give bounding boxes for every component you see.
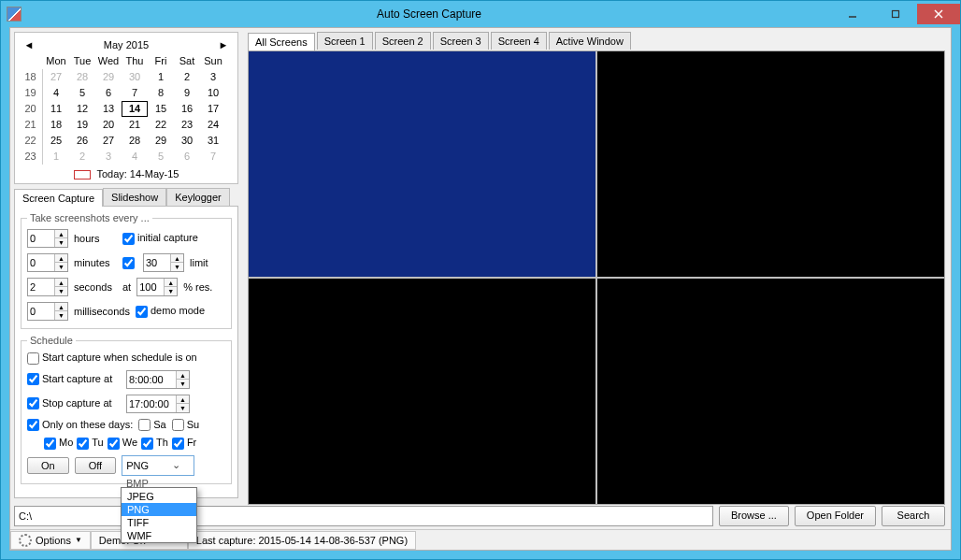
limit-check[interactable] bbox=[122, 257, 135, 269]
cal-day[interactable]: 30 bbox=[174, 133, 200, 149]
cal-day[interactable]: 4 bbox=[43, 85, 69, 101]
cal-day[interactable]: 29 bbox=[95, 69, 122, 85]
cal-day[interactable]: 17 bbox=[200, 101, 226, 117]
res-input[interactable] bbox=[137, 279, 164, 295]
open-folder-button[interactable]: Open Folder bbox=[795, 506, 876, 526]
cal-day[interactable]: 20 bbox=[95, 117, 122, 133]
tab-screen-capture[interactable]: Screen Capture bbox=[14, 189, 103, 207]
minimize-button[interactable] bbox=[831, 4, 874, 24]
browse-button[interactable]: Browse ... bbox=[719, 506, 789, 526]
tab-active-window[interactable]: Active Window bbox=[549, 32, 631, 50]
search-button[interactable]: Search bbox=[882, 506, 945, 526]
cal-day[interactable]: 10 bbox=[200, 85, 226, 101]
preview-pane-3[interactable] bbox=[249, 279, 595, 504]
day-fr-check[interactable]: Fr bbox=[172, 437, 196, 450]
only-days-check[interactable]: Only on these days: bbox=[27, 419, 133, 432]
tab-screen-1[interactable]: Screen 1 bbox=[317, 32, 373, 50]
cal-day[interactable]: 1 bbox=[43, 149, 69, 165]
format-combo[interactable]: PNG ⌄ bbox=[122, 455, 194, 476]
stop-at-input[interactable] bbox=[127, 395, 176, 412]
options-menu[interactable]: Options ▼ bbox=[10, 531, 91, 550]
tab-screen-2[interactable]: Screen 2 bbox=[375, 32, 431, 50]
cal-day[interactable]: 2 bbox=[174, 69, 200, 85]
ms-input[interactable] bbox=[28, 303, 54, 320]
start-at-check[interactable]: Start capture at bbox=[27, 373, 121, 386]
start-when-check[interactable]: Start capture when schedule is on bbox=[27, 352, 197, 365]
cal-day[interactable]: 30 bbox=[122, 69, 148, 85]
cal-day[interactable]: 23 bbox=[174, 117, 200, 133]
cal-day[interactable]: 19 bbox=[69, 117, 95, 133]
path-input[interactable] bbox=[14, 506, 713, 526]
minutes-input[interactable] bbox=[28, 254, 54, 271]
day-th-check[interactable]: Th bbox=[141, 437, 168, 450]
hours-input[interactable] bbox=[28, 230, 54, 247]
day-sa-check[interactable]: Sa bbox=[138, 419, 165, 432]
cal-day[interactable]: 6 bbox=[174, 149, 200, 165]
cal-day[interactable]: 24 bbox=[200, 117, 226, 133]
cal-day[interactable]: 25 bbox=[43, 133, 69, 149]
cal-day[interactable]: 5 bbox=[69, 85, 95, 101]
tab-keylogger[interactable]: Keylogger bbox=[166, 188, 230, 206]
cal-day[interactable]: 18 bbox=[43, 117, 69, 133]
preview-pane-4[interactable] bbox=[597, 279, 944, 504]
initial-capture-check[interactable]: initial capture bbox=[122, 232, 198, 245]
cal-day[interactable]: 3 bbox=[95, 149, 122, 165]
maximize-button[interactable] bbox=[874, 4, 917, 24]
cal-day[interactable]: 28 bbox=[69, 69, 95, 85]
tab-screen-4[interactable]: Screen 4 bbox=[491, 32, 547, 50]
spin-up-icon[interactable]: ▲ bbox=[54, 230, 67, 238]
cal-next-icon[interactable]: ► bbox=[217, 38, 230, 51]
cal-day[interactable]: 1 bbox=[148, 69, 174, 85]
cal-day[interactable]: 31 bbox=[200, 133, 226, 149]
preview-pane-1[interactable] bbox=[249, 51, 595, 277]
cal-day[interactable]: 12 bbox=[69, 101, 95, 117]
cal-day[interactable]: 22 bbox=[148, 117, 174, 133]
schedule-off-button[interactable]: Off bbox=[75, 457, 116, 474]
cal-day[interactable]: 15 bbox=[148, 101, 174, 117]
day-we-check[interactable]: We bbox=[108, 437, 137, 450]
cal-day[interactable]: 5 bbox=[148, 149, 174, 165]
cal-day[interactable]: 13 bbox=[95, 101, 122, 117]
cal-prev-icon[interactable]: ◄ bbox=[22, 38, 36, 51]
cal-day[interactable]: 7 bbox=[122, 85, 148, 101]
cal-day[interactable]: 14 bbox=[122, 101, 148, 117]
cal-today-label[interactable]: Today: 14-May-15 bbox=[96, 168, 179, 179]
seconds-input[interactable] bbox=[28, 279, 54, 295]
format-option[interactable]: TIFF bbox=[122, 516, 196, 529]
close-button[interactable] bbox=[917, 4, 960, 24]
tab-slideshow[interactable]: Slideshow bbox=[103, 188, 166, 206]
cal-day[interactable]: 9 bbox=[174, 85, 200, 101]
cal-day[interactable]: 2 bbox=[69, 149, 95, 165]
format-option[interactable]: JPEG bbox=[122, 490, 196, 503]
format-dropdown[interactable]: JPEGPNGTIFFWMF bbox=[121, 487, 197, 543]
cal-day[interactable]: 11 bbox=[43, 101, 69, 117]
start-at-input[interactable] bbox=[127, 371, 176, 388]
stop-at-check[interactable]: Stop capture at bbox=[27, 397, 121, 410]
spin-down-icon[interactable]: ▼ bbox=[54, 238, 67, 247]
calendar[interactable]: ◄ May 2015 ► MonTueWedThuFriSatSun182728… bbox=[14, 32, 238, 184]
cal-day[interactable]: 7 bbox=[200, 149, 226, 165]
cal-day[interactable]: 21 bbox=[122, 117, 148, 133]
day-su-check[interactable]: Su bbox=[172, 419, 199, 432]
cal-day[interactable]: 16 bbox=[174, 101, 200, 117]
cal-day[interactable]: 27 bbox=[95, 133, 122, 149]
schedule-on-button[interactable]: On bbox=[27, 457, 69, 474]
cal-day[interactable]: 26 bbox=[69, 133, 95, 149]
cal-day[interactable]: 27 bbox=[43, 69, 69, 85]
day-mo-check[interactable]: Mo bbox=[44, 437, 73, 450]
cal-day[interactable]: 28 bbox=[122, 133, 148, 149]
preview-pane-2[interactable] bbox=[597, 51, 944, 277]
cal-day[interactable]: 6 bbox=[95, 85, 122, 101]
format-option[interactable]: WMF bbox=[122, 529, 196, 542]
tab-all-screens[interactable]: All Screens bbox=[248, 33, 315, 50]
cal-day[interactable]: 29 bbox=[148, 133, 174, 149]
tab-screen-3[interactable]: Screen 3 bbox=[433, 32, 489, 50]
cal-day[interactable]: 4 bbox=[122, 149, 148, 165]
demo-mode-check[interactable]: demo mode bbox=[136, 305, 205, 318]
limit-input[interactable] bbox=[144, 254, 170, 271]
format-option[interactable]: PNG bbox=[122, 503, 196, 516]
cal-day[interactable]: 8 bbox=[148, 85, 174, 101]
chevron-down-icon[interactable]: ⌄ bbox=[158, 459, 194, 471]
cal-day[interactable]: 3 bbox=[200, 69, 226, 85]
day-tu-check[interactable]: Tu bbox=[77, 437, 103, 450]
